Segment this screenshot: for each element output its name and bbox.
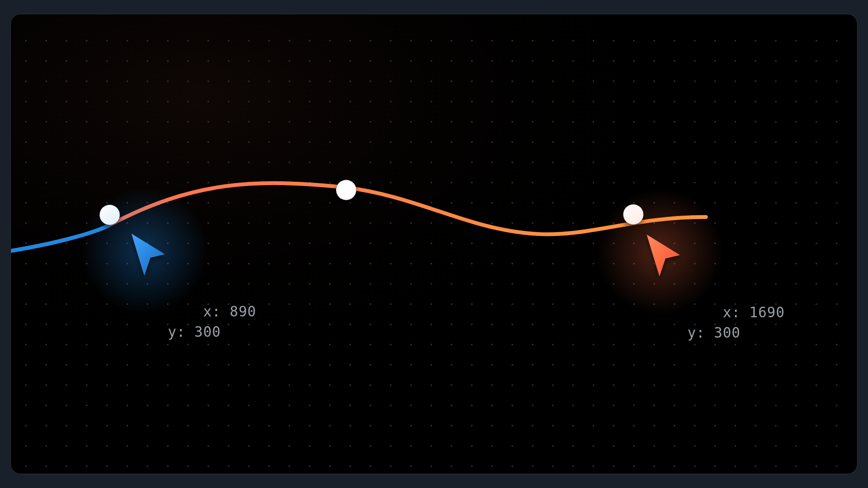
svg-point-825 bbox=[126, 445, 128, 447]
svg-point-845 bbox=[532, 445, 534, 447]
svg-point-821 bbox=[45, 445, 47, 447]
svg-point-258 bbox=[268, 161, 270, 163]
svg-point-410 bbox=[25, 242, 27, 244]
svg-point-111 bbox=[613, 80, 615, 82]
svg-point-495 bbox=[86, 283, 88, 285]
svg-point-331 bbox=[86, 202, 88, 204]
svg-point-771 bbox=[694, 405, 696, 406]
svg-point-189 bbox=[532, 121, 534, 122]
svg-point-599 bbox=[532, 324, 534, 325]
svg-point-3 bbox=[86, 40, 88, 42]
svg-point-674 bbox=[390, 364, 392, 366]
svg-point-235 bbox=[633, 141, 635, 143]
svg-point-842 bbox=[471, 445, 473, 447]
svg-point-209 bbox=[106, 141, 108, 143]
svg-point-61 bbox=[431, 60, 432, 62]
svg-point-705 bbox=[187, 384, 189, 386]
svg-point-692 bbox=[755, 364, 757, 366]
svg-point-17 bbox=[370, 40, 371, 42]
svg-point-291 bbox=[106, 182, 108, 183]
svg-point-114 bbox=[674, 80, 676, 82]
svg-point-766 bbox=[593, 405, 594, 406]
svg-point-866 bbox=[126, 465, 128, 467]
svg-point-159 bbox=[755, 101, 757, 103]
svg-point-643 bbox=[593, 344, 594, 346]
svg-point-238 bbox=[694, 141, 696, 143]
svg-point-776 bbox=[795, 405, 797, 406]
svg-point-9 bbox=[208, 40, 209, 42]
svg-point-306 bbox=[410, 182, 412, 183]
svg-point-208 bbox=[86, 141, 88, 143]
svg-point-638 bbox=[491, 344, 493, 346]
svg-point-827 bbox=[167, 445, 169, 447]
svg-point-899 bbox=[795, 465, 797, 467]
svg-point-268 bbox=[471, 161, 473, 163]
svg-point-62 bbox=[451, 60, 452, 62]
svg-point-791 bbox=[268, 425, 270, 427]
svg-point-486 bbox=[734, 263, 736, 264]
svg-point-277 bbox=[654, 161, 655, 163]
svg-point-619 bbox=[106, 344, 108, 346]
svg-point-612 bbox=[795, 324, 797, 325]
svg-point-115 bbox=[694, 80, 696, 82]
svg-point-31 bbox=[654, 40, 655, 42]
svg-point-392 bbox=[491, 222, 493, 224]
svg-point-574 bbox=[25, 324, 27, 325]
svg-point-147 bbox=[512, 101, 513, 103]
svg-point-809 bbox=[633, 425, 635, 427]
svg-point-892 bbox=[654, 465, 655, 467]
svg-point-677 bbox=[451, 364, 452, 366]
svg-point-389 bbox=[431, 222, 432, 224]
svg-point-171 bbox=[167, 121, 169, 122]
svg-point-846 bbox=[552, 445, 554, 447]
svg-point-134 bbox=[248, 101, 250, 103]
svg-point-868 bbox=[167, 465, 169, 467]
svg-point-847 bbox=[572, 445, 574, 447]
svg-point-396 bbox=[572, 222, 574, 224]
svg-point-712 bbox=[329, 384, 331, 386]
svg-point-738 bbox=[25, 405, 27, 406]
svg-point-820 bbox=[25, 445, 27, 447]
svg-point-67 bbox=[552, 60, 554, 62]
svg-point-424 bbox=[309, 242, 311, 244]
svg-point-338 bbox=[228, 202, 229, 204]
svg-point-352 bbox=[512, 202, 513, 204]
svg-point-116 bbox=[714, 80, 716, 82]
svg-point-850 bbox=[633, 445, 635, 447]
svg-point-384 bbox=[329, 222, 331, 224]
svg-point-113 bbox=[654, 80, 655, 82]
svg-point-671 bbox=[329, 364, 331, 366]
svg-point-843 bbox=[491, 445, 493, 447]
svg-point-605 bbox=[654, 324, 655, 325]
svg-point-780 bbox=[45, 425, 47, 427]
svg-point-669 bbox=[289, 364, 290, 366]
coord-x-value: 890 bbox=[230, 303, 256, 320]
svg-point-602 bbox=[593, 324, 594, 325]
svg-point-433 bbox=[491, 242, 493, 244]
svg-point-23 bbox=[491, 40, 493, 42]
svg-point-179 bbox=[329, 121, 331, 122]
svg-point-722 bbox=[532, 384, 534, 386]
svg-point-219 bbox=[309, 141, 311, 143]
svg-point-314 bbox=[572, 182, 574, 183]
svg-point-477 bbox=[552, 263, 554, 264]
svg-point-124 bbox=[45, 101, 47, 103]
svg-point-40 bbox=[836, 40, 837, 42]
svg-point-739 bbox=[45, 405, 47, 406]
svg-point-880 bbox=[410, 465, 412, 467]
svg-point-839 bbox=[410, 445, 412, 447]
svg-point-343 bbox=[329, 202, 331, 204]
svg-point-305 bbox=[390, 182, 392, 183]
svg-point-259 bbox=[289, 161, 290, 163]
svg-point-451 bbox=[25, 263, 27, 264]
coord-y-value: 300 bbox=[714, 324, 741, 341]
svg-point-382 bbox=[289, 222, 290, 224]
svg-point-578 bbox=[106, 324, 108, 325]
spline-node[interactable] bbox=[336, 180, 356, 200]
svg-point-838 bbox=[390, 445, 392, 447]
svg-point-232 bbox=[572, 141, 574, 143]
svg-point-470 bbox=[410, 263, 412, 264]
svg-point-287 bbox=[25, 182, 27, 183]
svg-point-89 bbox=[167, 80, 169, 82]
svg-point-447 bbox=[775, 242, 777, 244]
